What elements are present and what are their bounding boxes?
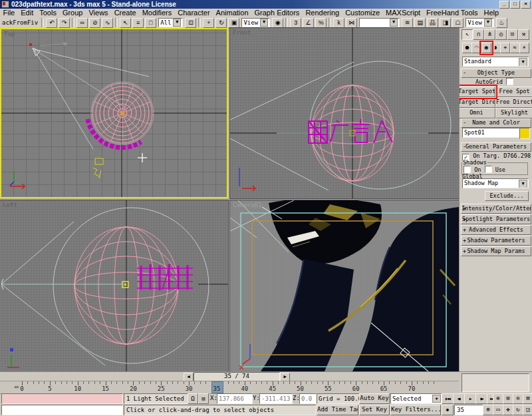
arc-rotate-button[interactable]: ↻ <box>513 405 523 415</box>
menu-modifiers[interactable]: Modifiers <box>139 9 175 17</box>
next-frame-button[interactable]: ▮▶ <box>475 393 487 404</box>
zoom-extents-all-button[interactable]: ⊠ <box>523 393 532 404</box>
go-to-start-button[interactable]: ▮◀◀ <box>442 393 454 404</box>
material-editor-icon[interactable]: ◨ <box>440 18 451 28</box>
tab-display[interactable]: ⊡ <box>507 29 518 40</box>
select-and-scale-icon[interactable]: ▣ <box>228 18 239 28</box>
rollout-shadow-parameters[interactable]: +Shadow Parameters <box>461 236 531 246</box>
menu-maxscript[interactable]: MAXScript <box>383 9 424 17</box>
region-zoom-button[interactable]: ▭ <box>493 405 503 415</box>
current-frame-field[interactable]: 35 <box>454 405 484 415</box>
select-object-icon[interactable]: ↖ <box>120 18 131 28</box>
menu-views[interactable]: Views <box>86 9 111 17</box>
selection-region-icon[interactable]: □ <box>145 18 156 28</box>
auto-key-button[interactable]: Auto Key <box>359 393 390 404</box>
time-configuration-button[interactable]: ⊚ <box>483 405 493 415</box>
rollout-advanced-effects[interactable]: +Advanced Effects <box>461 225 531 235</box>
undo-icon[interactable]: ↶ <box>46 18 57 28</box>
z-coordinate-field[interactable]: 0.0 <box>299 393 317 404</box>
min-max-toggle-button[interactable]: ◲ <box>523 405 532 415</box>
category-shapes[interactable]: ◠ <box>471 43 481 53</box>
menu-group[interactable]: Group <box>59 9 86 17</box>
rollout-spotlight-parameters[interactable]: +Spotlight Parameters <box>461 214 531 224</box>
category-cameras[interactable]: ◗ <box>491 43 501 53</box>
object-type-free-direct[interactable]: Free Direct <box>495 97 532 108</box>
shadow-on-checkbox[interactable] <box>464 166 471 173</box>
spotlight-gizmo[interactable] <box>29 42 68 56</box>
chevron-down-icon[interactable]: ▼ <box>260 19 268 27</box>
tab-motion[interactable]: ◎ <box>495 29 507 40</box>
key-filters-button[interactable]: Key Filters... <box>390 405 441 415</box>
render-scene-icon[interactable]: ☖ <box>452 18 464 28</box>
track-bar[interactable]: ▭ 0510152025303540455055606570 <box>0 381 459 394</box>
play-button[interactable]: ▶ <box>464 393 476 404</box>
tab-modify[interactable]: ∩ <box>473 29 484 40</box>
use-pivot-center-icon[interactable]: ◉ <box>272 18 283 28</box>
helper-object[interactable] <box>93 158 103 178</box>
percent-snap-icon[interactable]: % <box>315 18 327 28</box>
close-button[interactable]: × <box>521 1 531 9</box>
shadow-generator-dropdown[interactable]: Shadow Map ▼ <box>462 178 529 188</box>
zoom-button[interactable]: ⊕ <box>493 393 503 404</box>
restore-button[interactable]: □ <box>510 1 520 9</box>
maxscript-mini-listener-white[interactable] <box>1 405 123 415</box>
menu-character[interactable]: Character <box>175 9 213 17</box>
object-name-field[interactable]: Spot01 <box>462 128 519 138</box>
viewport-camera[interactable]: Camera01 <box>230 200 459 371</box>
general-parameters-rollout-header[interactable]: - General Parameters <box>461 142 531 152</box>
tab-utilities[interactable]: ⚒ <box>518 29 529 40</box>
viewport-top[interactable]: Top <box>0 28 228 198</box>
category-spacewarps[interactable]: ≈ <box>510 43 520 53</box>
category-geometry[interactable]: ● <box>462 43 472 53</box>
chevron-down-icon[interactable]: ▼ <box>484 19 492 27</box>
menu-file[interactable]: File <box>0 9 18 17</box>
color-swatch[interactable] <box>519 128 530 139</box>
minimize-button[interactable]: _ <box>499 1 509 9</box>
set-key-button[interactable]: Set Key <box>359 405 390 415</box>
tab-hierarchy[interactable]: ⋔ <box>484 29 495 40</box>
chevron-down-icon[interactable]: ▼ <box>519 58 527 67</box>
zoom-extents-button[interactable]: ⊙ <box>513 393 523 404</box>
redo-icon[interactable]: ↷ <box>59 18 70 28</box>
angle-snap-icon[interactable]: ∠ <box>303 18 314 28</box>
x-coordinate-field[interactable]: 137.866 <box>217 393 253 404</box>
key-mode-dropdown[interactable]: Selected▼ <box>390 393 442 404</box>
use-global-checkbox[interactable] <box>485 166 492 173</box>
chevron-down-icon[interactable]: ▼ <box>519 180 527 188</box>
y-coordinate-field[interactable]: -311.413 <box>259 393 293 404</box>
rollout-shadow-map-params[interactable]: +Shadow Map Params <box>461 246 531 256</box>
selection-filter-dropdown[interactable]: All▼ <box>158 18 183 27</box>
named-selection-sets-dropdown[interactable]: ▼ <box>359 18 400 27</box>
path-text-object[interactable] <box>137 264 193 290</box>
category-helpers[interactable]: ⌖ <box>500 43 510 53</box>
menu-edit[interactable]: Edit <box>18 9 37 17</box>
schematic-view-icon[interactable]: 品 <box>427 18 438 28</box>
tab-create[interactable]: ↖ <box>462 29 473 40</box>
reference-coordinate-dropdown[interactable]: View▼ <box>241 18 270 27</box>
chevron-down-icon[interactable]: ▼ <box>173 19 181 27</box>
object-type-target-direct[interactable]: Target Direct <box>459 97 495 108</box>
bind-to-spacewarp-icon[interactable]: ∿ <box>102 18 113 28</box>
object-type-skylight[interactable]: Skylight <box>495 108 532 118</box>
pan-button[interactable]: ✥ <box>503 405 513 415</box>
menu-animation[interactable]: Animation <box>213 9 251 17</box>
menu-help[interactable]: Help <box>481 9 502 17</box>
exclude-button[interactable]: Exclude... <box>485 191 529 201</box>
align-icon[interactable]: ≋ <box>402 18 413 28</box>
snap-toggle-icon[interactable]: 3 <box>290 18 301 28</box>
select-and-rotate-icon[interactable]: ↻ <box>215 18 227 28</box>
maxscript-mini-listener-pink[interactable] <box>1 393 123 404</box>
track-view-icon[interactable]: ▤ <box>414 18 426 28</box>
absolute-mode-toggle[interactable]: ⊞ <box>198 393 209 404</box>
category-systems[interactable]: ∗ <box>519 43 529 53</box>
rollout-intensity-color-attenuation[interactable]: +Intensity/Color/Attenuation <box>461 204 531 214</box>
select-and-move-icon[interactable]: + <box>203 18 214 28</box>
light-type-dropdown[interactable]: Standard ▼ <box>462 57 529 67</box>
viewport-front[interactable]: Front <box>230 28 459 198</box>
chevron-down-icon[interactable]: ▼ <box>432 395 441 403</box>
zoom-all-button[interactable]: ⊞ <box>503 393 513 404</box>
viewport-left[interactable]: Left <box>0 200 228 371</box>
menu-tools[interactable]: Tools <box>37 9 60 17</box>
autogrid-checkbox[interactable] <box>506 78 513 85</box>
menu-customize[interactable]: Customize <box>342 9 383 17</box>
